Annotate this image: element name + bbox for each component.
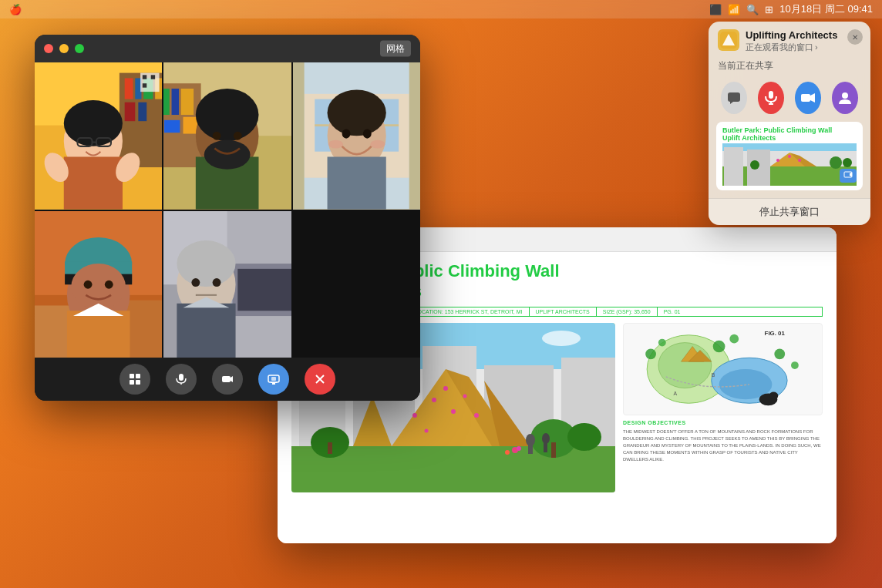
search-icon[interactable]: 🔍 [746, 4, 759, 15]
meta-page: PG. 01 [658, 307, 687, 316]
screen-record-icon: ⬛ [709, 4, 722, 15]
svg-rect-134 [271, 382, 277, 383]
svg-rect-91 [409, 62, 420, 210]
apple-icon[interactable]: 🍎 [9, 4, 22, 15]
facetime-maximize[interactable] [75, 44, 84, 53]
svg-point-48 [769, 391, 778, 399]
stop-sharing-button[interactable]: 停止共享窗口 [709, 198, 870, 225]
svg-rect-127 [130, 380, 134, 385]
svg-point-41 [658, 338, 666, 346]
end-call-button[interactable] [305, 364, 335, 395]
svg-rect-152 [724, 147, 743, 186]
share-screen-button[interactable] [258, 364, 289, 395]
notification-subtitle: 正在观看我的窗口 › [746, 42, 861, 53]
svg-point-43 [729, 334, 739, 344]
presentation-diagram: FIG. 01 A B [623, 323, 823, 415]
svg-rect-107 [67, 311, 130, 358]
notification-app-name: Uplifting Architects [746, 29, 861, 42]
svg-point-44 [774, 348, 785, 359]
svg-rect-118 [238, 268, 291, 310]
participants-button[interactable] [832, 82, 858, 114]
svg-point-17 [474, 413, 479, 418]
video-cell-3 [293, 62, 420, 210]
mute-button[interactable] [166, 364, 197, 395]
svg-rect-81 [183, 117, 198, 134]
facetime-controls [35, 358, 420, 401]
notification-popup: Uplifting Architects 正在观看我的窗口 › ✕ 当前正在共享 [709, 22, 870, 225]
notification-preview: Butler Park: Public Climbing Wall Uplift… [716, 122, 863, 190]
design-objectives-body: THE MIDWEST DOESN'T OFFER A TON OF MOUNT… [623, 428, 823, 463]
svg-rect-27 [544, 441, 547, 452]
svg-point-23 [567, 423, 601, 451]
sharing-status-label: 当前正在共享 [709, 58, 870, 77]
chevron-icon: › [815, 42, 818, 52]
notification-header: Uplifting Architects 正在观看我的窗口 › ✕ [709, 22, 870, 58]
facetime-minimize[interactable] [59, 44, 69, 53]
svg-point-18 [425, 428, 429, 432]
svg-point-35 [658, 342, 712, 388]
close-icon: ✕ [852, 33, 858, 42]
svg-point-113 [105, 280, 113, 288]
svg-rect-126 [136, 374, 140, 378]
svg-rect-143 [769, 91, 773, 99]
svg-point-13 [432, 398, 436, 402]
svg-rect-136 [271, 377, 276, 381]
svg-point-84 [196, 89, 259, 141]
camera-button[interactable] [212, 364, 243, 395]
control-center-icon[interactable]: ⊞ [765, 4, 773, 15]
notification-close-button[interactable]: ✕ [847, 29, 863, 45]
svg-point-40 [645, 348, 656, 359]
svg-rect-96 [327, 156, 385, 209]
svg-point-111 [71, 264, 126, 310]
video-grid [35, 62, 420, 358]
svg-point-122 [192, 278, 200, 287]
svg-point-161 [798, 159, 801, 162]
svg-rect-58 [125, 102, 136, 121]
video-cell-1 [35, 62, 162, 210]
svg-point-112 [84, 280, 93, 288]
svg-text:A: A [674, 391, 678, 396]
svg-text:FIG. 01: FIG. 01 [765, 330, 786, 337]
svg-point-66 [64, 100, 123, 146]
preview-title: Butler Park: Public Climbing Wall Uplift… [722, 126, 857, 142]
svg-point-157 [830, 156, 842, 169]
svg-point-32 [542, 331, 581, 346]
facetime-titlebar: 网格 [35, 35, 420, 62]
facetime-close[interactable] [44, 44, 53, 53]
menubar-left: 🍎 [9, 4, 22, 15]
svg-point-30 [505, 450, 510, 455]
svg-rect-54 [125, 78, 133, 99]
svg-point-98 [342, 129, 350, 138]
video-cell-2 [163, 62, 291, 210]
svg-point-14 [451, 409, 456, 414]
menubar: 🍎 ⬛ 📶 🔍 ⊞ 10月18日 周二 09:41 [0, 0, 882, 18]
svg-point-123 [213, 278, 221, 287]
svg-point-101 [370, 140, 385, 149]
svg-rect-128 [136, 380, 140, 385]
grid-view-button[interactable] [120, 364, 150, 395]
svg-rect-78 [181, 89, 194, 115]
video-toggle-button[interactable] [795, 82, 821, 114]
svg-rect-62 [151, 75, 155, 79]
svg-point-160 [788, 155, 791, 158]
svg-point-29 [517, 446, 521, 451]
mic-toggle-button[interactable] [758, 82, 784, 114]
svg-rect-120 [177, 303, 236, 358]
presentation-right-panel: FIG. 01 A B DESIGN OBJECTIVES THE MIDWES [623, 323, 823, 526]
video-cell-4 [35, 211, 162, 358]
svg-point-158 [843, 158, 852, 167]
svg-point-97 [327, 89, 385, 136]
chat-button[interactable] [721, 82, 747, 114]
meta-location: LOCATION: 153 HERRICK ST, DETROIT, MI [409, 307, 530, 316]
wifi-icon[interactable]: 📶 [728, 4, 740, 15]
svg-point-148 [842, 92, 848, 99]
design-objectives-title: DESIGN OBJECTIVES [623, 420, 823, 425]
svg-point-159 [776, 159, 779, 162]
presentation-text-section: DESIGN OBJECTIVES THE MIDWEST DOESN'T OF… [623, 420, 823, 526]
svg-point-156 [750, 160, 759, 170]
meta-size: SIZE (GSF): 35,650 [597, 307, 658, 316]
svg-rect-129 [179, 374, 183, 381]
svg-rect-141 [728, 92, 740, 102]
preview-image [722, 143, 857, 186]
svg-marker-132 [231, 376, 233, 382]
